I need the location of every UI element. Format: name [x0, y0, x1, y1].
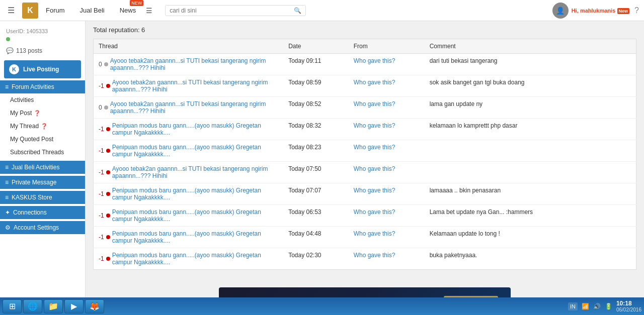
search-input[interactable] [170, 7, 294, 14]
thread-cell: -1 Penipuan modus baru gann.....(ayoo ma… [94, 248, 284, 270]
comment-cell: lama gan update ny [425, 97, 636, 119]
table-row: -1 Penipuan modus baru gann.....(ayoo ma… [94, 140, 636, 162]
nav-forum[interactable]: Forum [43, 4, 67, 17]
score-dot-icon [106, 149, 110, 153]
score-value: -1 [99, 147, 104, 154]
thread-link[interactable]: Penipuan modus baru gann.....(ayoo masuk… [112, 187, 278, 201]
subscribed-threads-label: Subscribed Threads [10, 149, 64, 156]
thread-cell: -1 Penipuan modus baru gann.....(ayoo ma… [94, 227, 284, 248]
sidebar-private-message[interactable]: ≡ Private Message [0, 176, 85, 189]
sidebar-item-my-quoted-post[interactable]: My Quoted Post [0, 133, 85, 146]
sidebar-item-activities[interactable]: Activities [0, 93, 85, 107]
thread-link[interactable]: Penipuan modus baru gann.....(ayoo masuk… [112, 122, 278, 136]
thread-link[interactable]: Penipuan modus baru gann.....(ayoo masuk… [112, 252, 278, 266]
sidebar-account-settings[interactable]: ⚙ Account Settings [0, 221, 85, 234]
logo[interactable]: K [22, 3, 38, 19]
from-cell: Who gave this? [349, 162, 425, 183]
hamburger-menu[interactable]: ☰ [5, 3, 17, 18]
my-quoted-post-label: My Quoted Post [10, 136, 53, 143]
comment-cell: Kelamaan update lo tong ! [425, 227, 636, 248]
who-gave-link[interactable]: Who gave this? [354, 57, 395, 64]
main-layout: UserID: 1405333 💬 113 posts K Live Posti… [0, 21, 644, 315]
taskbar-firefox-icon[interactable]: 🦊 [85, 299, 104, 313]
sidebar-kaskus-store[interactable]: ≡ KASKUS Store [0, 191, 85, 204]
thread-link[interactable]: Ayooo tebak2an gaannn...si TUTI bekasi t… [112, 79, 278, 93]
sidebar-item-subscribed-threads[interactable]: Subscribed Threads [0, 146, 85, 159]
network-icon: 📶 [582, 303, 589, 310]
table-row: 0 Ayooo tebak2an gaannn...si TUTI bekasi… [94, 97, 636, 119]
comment-cell: kelamaan lo kamprettt php dasar [425, 119, 636, 140]
thread-link[interactable]: Ayooo tebak2an gaannn...si TUTI bekasi t… [112, 165, 278, 179]
taskbar-media-icon[interactable]: ▶ [64, 299, 84, 313]
who-gave-link[interactable]: Who gave this? [354, 122, 395, 129]
filter-icon[interactable]: ☰ [143, 4, 155, 17]
table-row: -1 Penipuan modus baru gann.....(ayoo ma… [94, 119, 636, 140]
who-gave-link[interactable]: Who gave this? [354, 252, 395, 259]
thread-link[interactable]: Penipuan modus baru gann.....(ayoo masuk… [112, 208, 278, 223]
score-dot-icon [106, 84, 110, 88]
table-row: -1 Ayooo tebak2an gaannn...si TUTI bekas… [94, 162, 636, 183]
from-cell: Who gave this? [349, 183, 425, 205]
connections-icon: ✦ [5, 209, 10, 216]
who-gave-link[interactable]: Who gave this? [354, 79, 395, 86]
sidebar-jual-beli-activities[interactable]: ≡ Jual Beli Activities [0, 161, 85, 174]
score-dot-icon [106, 257, 110, 261]
help-icon[interactable]: ? [634, 6, 639, 15]
score-value: 0 [99, 61, 102, 68]
taskbar-system-area: IN 📶 🔊 🔋 10:18 06/02/2016 [568, 300, 641, 312]
avatar: 👤 [552, 3, 569, 19]
taskbar-start-button[interactable]: ⊞ [3, 299, 22, 313]
taskbar-folder-icon[interactable]: 📁 [44, 299, 63, 313]
thread-link[interactable]: Penipuan modus baru gann.....(ayoo masuk… [112, 230, 278, 244]
who-gave-link[interactable]: Who gave this? [354, 187, 395, 194]
column-from: From [349, 39, 425, 54]
who-gave-link[interactable]: Who gave this? [354, 165, 395, 172]
language-indicator: IN [568, 302, 578, 310]
nav-jualbeli[interactable]: Jual Beli [77, 4, 107, 17]
score-value: -1 [99, 190, 104, 197]
sidebar-item-my-thread[interactable]: My Thread ❓ [0, 120, 85, 133]
table-row: -1 Ayooo tebak2an gaannn...si TUTI bekas… [94, 75, 636, 97]
column-date: Date [283, 39, 348, 54]
reputation-table: Thread Date From Comment 0 Ayooo tebak2a… [93, 39, 636, 270]
thread-link[interactable]: Ayooo tebak2an gaannn...si TUTI bekasi t… [110, 100, 278, 115]
who-gave-link[interactable]: Who gave this? [354, 208, 395, 216]
top-navigation: ☰ K Forum Jual Beli News NEW ☰ 🔍 👤 Hi, m… [0, 0, 644, 21]
sidebar-item-my-post[interactable]: My Post ❓ [0, 107, 85, 120]
battery-icon: 🔋 [605, 303, 612, 310]
date-cell: Today 02:30 [283, 248, 348, 270]
thread-cell: -1 Penipuan modus baru gann.....(ayoo ma… [94, 205, 284, 227]
sidebar-forum-activities[interactable]: ≡ Forum Activities [0, 80, 85, 93]
nav-news[interactable]: News NEW [117, 4, 139, 17]
sidebar-connections[interactable]: ✦ Connections [0, 206, 85, 219]
store-label: KASKUS Store [12, 194, 52, 201]
search-icon[interactable]: 🔍 [294, 7, 301, 14]
date-cell: Today 08:32 [283, 119, 348, 140]
from-cell: Who gave this? [349, 227, 425, 248]
who-gave-link[interactable]: Who gave this? [354, 230, 395, 237]
audio-icon: 🔊 [593, 303, 601, 310]
thread-link[interactable]: Penipuan modus baru gann.....(ayoo masuk… [112, 144, 278, 158]
table-row: 0 Ayooo tebak2an gaannn...si TUTI bekasi… [94, 54, 636, 75]
thread-link[interactable]: Ayooo tebak2an gaannn...si TUTI bekasi t… [110, 57, 278, 71]
thread-cell: -1 Penipuan modus baru gann.....(ayoo ma… [94, 183, 284, 205]
comment-cell: Lama bet update nya Gan... :hammers [425, 205, 636, 227]
taskbar-date: 06/02/2016 [616, 307, 641, 312]
table-header-row: Thread Date From Comment [94, 39, 636, 54]
live-posting-button[interactable]: K Live Posting [4, 60, 81, 78]
live-posting-label: Live Posting [23, 66, 59, 73]
from-cell: Who gave this? [349, 119, 425, 140]
comment-cell: sok asik banget gan tgl buka doang [425, 75, 636, 97]
user-profile[interactable]: 👤 Hi, mahlukmanis New [552, 3, 629, 19]
jualbeli-activities-label: Jual Beli Activities [12, 164, 59, 171]
comment-cell: dari tuti bekasi tangerang [425, 54, 636, 75]
reputation-header: Total reputation: 6 [93, 26, 636, 34]
my-thread-label: My Thread [10, 123, 39, 130]
pm-icon: ≡ [5, 179, 9, 186]
who-gave-link[interactable]: Who gave this? [354, 144, 395, 151]
taskbar-ie-icon[interactable]: 🌐 [23, 299, 42, 313]
who-gave-link[interactable]: Who gave this? [354, 100, 395, 108]
thread-cell: -1 Ayooo tebak2an gaannn...si TUTI bekas… [94, 75, 284, 97]
user-id-label: UserID: 1405333 [0, 26, 85, 36]
date-cell: Today 07:50 [283, 162, 348, 183]
